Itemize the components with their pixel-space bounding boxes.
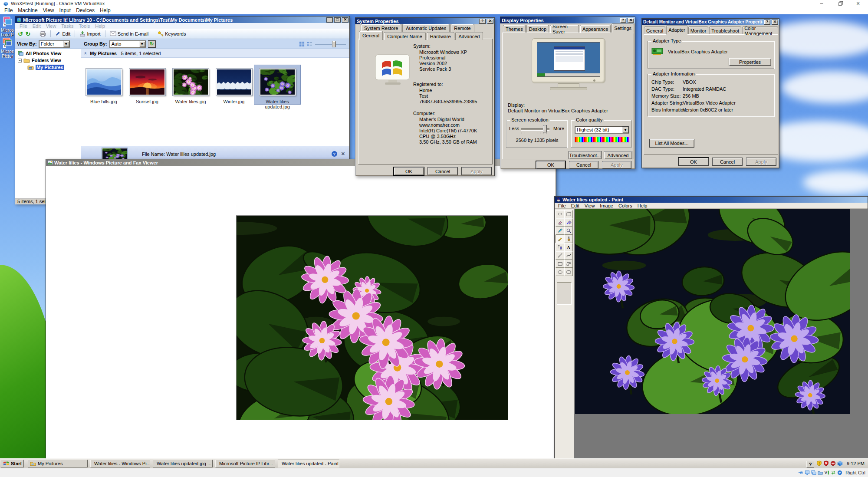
paint-titlebar[interactable]: Water lilies updated - Paint — [555, 197, 868, 203]
cancel-button[interactable]: Cancel — [712, 158, 743, 166]
apply-button[interactable]: Apply — [461, 167, 492, 175]
picture-it-maximize-icon[interactable]: □ — [334, 17, 341, 23]
cancel-button[interactable]: Cancel — [427, 167, 458, 175]
tool-fill-with-color[interactable] — [564, 218, 573, 227]
taskbar-button-paint[interactable]: Water lilies updated - Paint — [278, 460, 339, 467]
ok-button[interactable]: OK — [678, 158, 709, 166]
start-button[interactable]: Start — [1, 460, 24, 467]
shared-folders-icon[interactable] — [817, 470, 823, 476]
forward-icon[interactable]: ↻ — [26, 31, 31, 37]
dialog-help-icon[interactable]: ? — [479, 19, 486, 24]
network-icon[interactable] — [830, 470, 836, 476]
tool-magnifier[interactable] — [564, 227, 573, 235]
host-menu-machine[interactable]: Machine — [15, 7, 40, 14]
tool-curve[interactable] — [564, 251, 573, 260]
tree-collapse-icon[interactable]: − — [18, 59, 22, 63]
tab-advanced[interactable]: Advanced — [455, 32, 483, 40]
paint-menu-image[interactable]: Image — [597, 203, 616, 209]
thumbnail-water-lilies[interactable]: Water lilies.jpg — [169, 69, 212, 104]
tab-themes[interactable]: Themes — [503, 25, 526, 33]
host-minimize-icon[interactable]: – — [813, 0, 830, 7]
video-capture-icon[interactable]: V — [824, 470, 829, 476]
host-close-icon[interactable]: ✕ — [852, 1, 865, 7]
picture-it-menu-view[interactable]: View — [43, 23, 59, 29]
virtualbox-tray-icon[interactable] — [837, 460, 843, 467]
taskbar-button-viewer[interactable]: Water lilies - Windows Pi... — [90, 460, 150, 467]
tool-rounded-rectangle[interactable] — [564, 268, 573, 276]
tab-screen-saver[interactable]: Screen Saver — [550, 25, 579, 33]
advanced-button[interactable]: Advanced — [604, 151, 632, 159]
zoom-slider-thumb[interactable] — [332, 41, 336, 47]
tab-desktop[interactable]: Desktop — [526, 25, 549, 33]
tool-free-form-select[interactable] — [556, 210, 564, 218]
send-email-button[interactable]: Send in E-mail — [110, 31, 149, 36]
dialog-close-icon[interactable]: ✕ — [487, 19, 493, 24]
host-menu-devices[interactable]: Devices — [73, 7, 97, 14]
tool-line[interactable] — [556, 251, 564, 260]
dialog-help-icon[interactable]: ? — [620, 18, 626, 23]
tab-appearance[interactable]: Appearance — [580, 25, 611, 33]
keywords-button[interactable]: Keywords — [158, 31, 186, 37]
taskbar-button-image-file[interactable]: Water lilies updated.jpg ... — [153, 460, 213, 467]
picture-it-titlebar[interactable]: Microsoft Picture It! Library 10 - C:\Do… — [15, 16, 349, 23]
desktop-icon-picture-it[interactable]: Micros Pictur — [0, 37, 15, 59]
dialog-help-icon[interactable]: ? — [764, 20, 770, 25]
apply-button[interactable]: Apply — [602, 161, 631, 169]
seamless-icon[interactable] — [811, 470, 816, 476]
host-restore-icon[interactable] — [832, 1, 849, 6]
details-view-icon[interactable] — [307, 41, 312, 47]
zoom-slider[interactable] — [315, 39, 347, 49]
thumbnail-blue-hills[interactable]: Blue hills.jpg — [82, 69, 125, 104]
tree-item-folders-view[interactable]: − Folders View — [18, 57, 81, 63]
tab-general[interactable]: General — [359, 31, 383, 40]
desktop-icon-photo-premium[interactable]: Micros hoto P — [0, 16, 15, 37]
cancel-button[interactable]: Cancel — [569, 161, 598, 169]
print-icon[interactable] — [39, 31, 46, 37]
tree-item-all-photos-view[interactable]: All Photos View — [18, 50, 81, 56]
import-button[interactable]: Import — [79, 31, 100, 37]
usb-icon[interactable] — [798, 470, 803, 476]
tab-hardware[interactable]: Hardware — [427, 32, 454, 40]
host-menu-file[interactable]: File — [2, 7, 15, 14]
tab-computer-name[interactable]: Computer Name — [384, 32, 426, 40]
shield-error-icon[interactable] — [823, 460, 829, 467]
tool-select[interactable] — [564, 210, 573, 218]
tab-adapter[interactable]: Adapter — [666, 25, 687, 34]
list-all-modes-button[interactable]: List All Modes... — [649, 139, 694, 148]
group-by-dropdown[interactable]: Auto▾ — [109, 40, 146, 48]
tool-eraser[interactable] — [556, 218, 564, 227]
taskbar-button-picture-it[interactable]: Microsoft Picture It! Libr... — [215, 460, 275, 467]
adapter-properties-titlebar[interactable]: Default Monitor and VirtualBox Graphics … — [642, 19, 779, 25]
edit-button[interactable]: Edit — [55, 31, 70, 36]
tool-brush[interactable] — [564, 235, 573, 243]
picture-it-close-icon[interactable]: ✕ — [342, 17, 349, 23]
picture-it-menu-tasks[interactable]: Tasks — [59, 23, 76, 29]
tab-settings[interactable]: Settings — [612, 23, 634, 33]
collapse-group-icon[interactable]: » — [82, 52, 88, 54]
refresh-icon[interactable]: ↻ — [148, 40, 156, 48]
host-menu-input[interactable]: Input — [57, 7, 74, 14]
tree-item-my-pictures[interactable]: My Pictures — [18, 64, 81, 70]
tab-monitor[interactable]: Monitor — [688, 26, 709, 34]
picture-it-menu-help[interactable]: Help — [92, 23, 108, 29]
ok-button[interactable]: OK — [536, 161, 566, 169]
display-icon[interactable] — [804, 470, 810, 476]
thumbnail-water-lilies-updated[interactable]: Water lilies updated.jpg — [256, 69, 299, 109]
tray-clock[interactable]: 9:12 PM — [847, 461, 865, 466]
ok-button[interactable]: OK — [394, 167, 424, 175]
host-menu-help[interactable]: Help — [97, 7, 113, 14]
apply-button[interactable]: Apply — [746, 158, 776, 166]
adapter-properties-button[interactable]: Properties — [729, 58, 771, 66]
picture-it-menu-edit[interactable]: Edit — [30, 23, 43, 29]
paint-menu-edit[interactable]: Edit — [569, 203, 582, 209]
paint-canvas-image[interactable] — [575, 209, 850, 414]
tab-troubleshoot[interactable]: Troubleshoot — [709, 26, 741, 34]
close-pane-icon[interactable]: ✕ — [341, 151, 345, 157]
thumbnail-view-icon[interactable] — [299, 41, 305, 47]
tool-pick-color[interactable] — [556, 227, 564, 235]
picture-it-menu-file[interactable]: File — [17, 23, 30, 29]
thumbnail-winter[interactable]: Winter.jpg — [212, 69, 256, 104]
language-help-button[interactable]: ? — [806, 461, 814, 468]
paint-menu-view[interactable]: View — [582, 203, 598, 209]
tool-polygon[interactable] — [564, 260, 573, 268]
